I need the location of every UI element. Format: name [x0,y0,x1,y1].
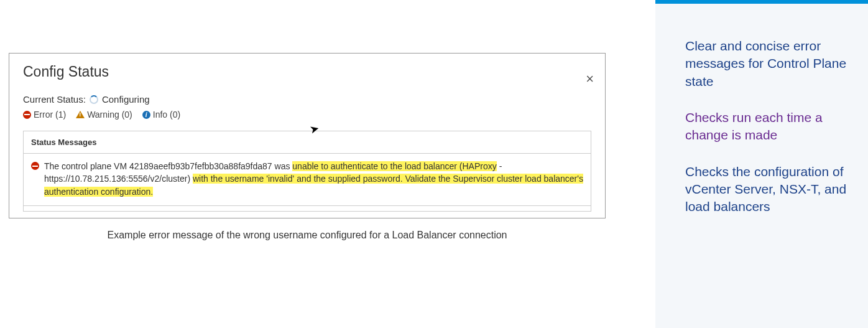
warning-count-label: Warning (0) [87,110,132,119]
sidebar-panel: Clear and concise error messages for Con… [655,0,868,328]
current-status-value: Configuring [102,94,150,105]
dialog-title: Config Status [23,63,591,80]
status-message-row: The control plane VM 42189aeefb93b7fefbb… [24,154,591,206]
warning-count[interactable]: Warning (0) [76,110,132,119]
config-status-dialog: Config Status × Current Status: Configur… [9,53,606,218]
info-count[interactable]: Info (0) [142,110,180,119]
sidebar-item-2: Checks run each time a change is made [685,109,849,144]
status-counts: Error (1) Warning (0) Info (0) [23,110,591,119]
current-status-row: Current Status: Configuring [23,94,591,105]
warning-icon [76,111,85,118]
info-icon [142,111,150,119]
status-messages-header: Status Messages [24,131,591,154]
msg-highlight: unable to authenticate to the load balan… [292,161,496,171]
error-count[interactable]: Error (1) [23,110,66,119]
msg-segment: The control plane VM 42189aeefb93b7fefbb… [44,161,292,171]
error-icon [31,162,39,170]
info-count-label: Info (0) [153,110,180,119]
messages-footer-spacer [24,206,591,211]
close-icon[interactable]: × [586,72,594,86]
error-icon [23,111,31,119]
current-status-label: Current Status: [23,94,86,105]
spinner-icon [90,95,98,104]
main-content: Config Status × Current Status: Configur… [9,53,606,241]
sidebar-item-1: Clear and concise error messages for Con… [685,37,849,90]
status-messages-box: Status Messages The control plane VM 421… [23,131,591,212]
sidebar-accent-bar [655,0,868,4]
error-count-label: Error (1) [34,110,66,119]
status-message-text: The control plane VM 42189aeefb93b7fefbb… [44,160,583,198]
sidebar-item-3: Checks the configuration of vCenter Serv… [685,163,849,216]
figure-caption: Example error message of the wrong usern… [9,230,606,241]
